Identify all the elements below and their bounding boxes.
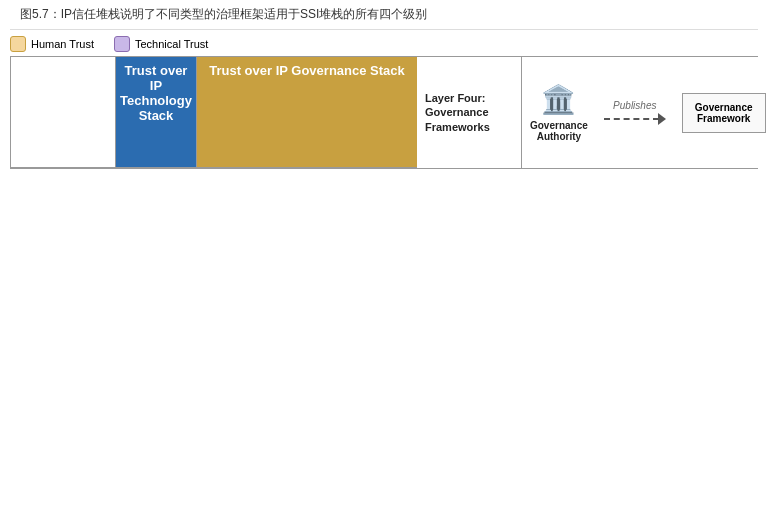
legend: Human Trust Technical Trust xyxy=(10,30,758,56)
main-container: 图5.7：IP信任堆栈说明了不同类型的治理框架适用于SSI堆栈的所有四个级别 H… xyxy=(0,0,768,179)
tech-stack-header: Trust over IP Technology Stack xyxy=(116,57,197,167)
caption: 图5.7：IP信任堆栈说明了不同类型的治理框架适用于SSI堆栈的所有四个级别 xyxy=(10,0,758,30)
framework-box: GovernanceFramework xyxy=(682,93,766,133)
publishes-label: Publishes xyxy=(613,100,656,111)
header-spacer xyxy=(11,57,116,167)
layer4-tech-content: 🏛️ GovernanceAuthority Publishes Governa… xyxy=(530,67,766,158)
legend-technical-trust: Technical Trust xyxy=(114,36,208,52)
human-trust-color xyxy=(10,36,26,52)
diagram-wrapper: Trust over IP Technology Stack Trust ove… xyxy=(10,56,758,169)
gov-stack-header: Trust over IP Governance Stack xyxy=(197,57,417,167)
layer4-tech-cell: 🏛️ GovernanceAuthority Publishes Governa… xyxy=(522,57,768,168)
legend-human-trust: Human Trust xyxy=(10,36,94,52)
human-trust-label: Human Trust xyxy=(31,38,94,50)
dashed-arrow xyxy=(604,113,666,125)
publishes-arrow-group: Publishes xyxy=(604,100,666,125)
framework-label: GovernanceFramework xyxy=(695,102,753,124)
technical-trust-color xyxy=(114,36,130,52)
top-header-row: Trust over IP Technology Stack Trust ove… xyxy=(11,57,417,168)
layer4-row: Layer Four:GovernanceFrameworks 🏛️ Gover… xyxy=(417,57,768,168)
technical-trust-label: Technical Trust xyxy=(135,38,208,50)
governance-authority-icon: 🏛️ xyxy=(541,83,576,116)
governance-authority-group: 🏛️ GovernanceAuthority xyxy=(530,83,588,142)
governance-authority-label: GovernanceAuthority xyxy=(530,120,588,142)
layer4-label: Layer Four:GovernanceFrameworks xyxy=(417,57,522,168)
layer4-label-text: Layer Four:GovernanceFrameworks xyxy=(425,91,490,134)
